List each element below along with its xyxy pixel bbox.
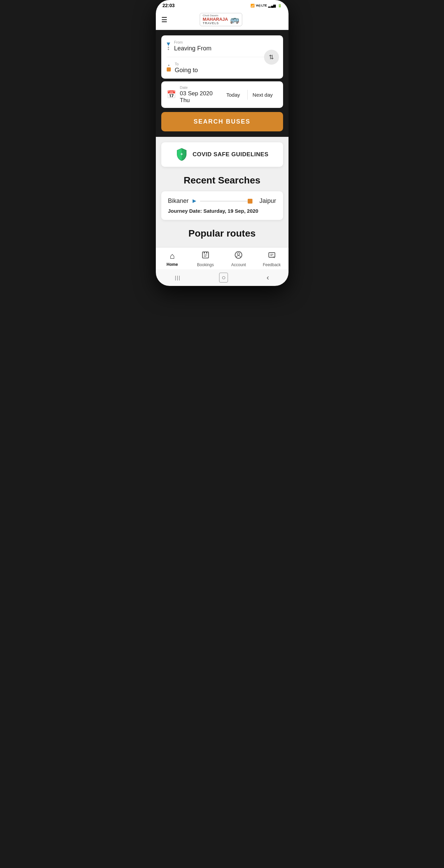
route-arrow-icon: ► (192, 197, 198, 205)
route-from: Bikaner (168, 197, 189, 205)
today-button[interactable]: Today (221, 90, 245, 100)
svg-rect-2 (204, 252, 205, 254)
bookings-label: Bookings (197, 262, 214, 267)
connector-dot-1 (168, 47, 169, 48)
date-label: Date (180, 85, 218, 90)
svg-rect-8 (269, 253, 275, 257)
svg-text:+: + (180, 151, 183, 157)
to-icon-area (167, 65, 171, 71)
top-nav: ☰ Choti Dasein MAHARAJA TRAVELS 🚌 (156, 10, 289, 30)
logo-line3: TRAVELS (203, 22, 228, 25)
logo-bus-icon: 🚌 (230, 15, 239, 24)
android-nav-bar: ||| ○ ‹ (156, 269, 289, 286)
to-value: Going to (175, 67, 278, 74)
signal-text: Vo) LTE (256, 4, 267, 7)
to-square-icon (167, 67, 171, 71)
route-destination-icon (248, 199, 252, 204)
nav-item-home[interactable]: ⌂ Home (162, 251, 182, 267)
phone-frame: 22:03 📶 Vo) LTE ▂▄▆ 🔋 ☰ Choti Dasein MAH… (156, 0, 289, 286)
swap-icon: ⇅ (269, 53, 274, 61)
home-label: Home (167, 262, 178, 267)
swap-button[interactable]: ⇅ (264, 50, 279, 65)
date-row: 📅 Date 03 Sep 2020 Thu Today Next day (161, 81, 283, 108)
status-time: 22:03 (163, 3, 175, 8)
recent-searches-title: Recent Searches (161, 175, 283, 186)
account-icon (234, 251, 243, 261)
android-back-button[interactable]: ‹ (267, 273, 269, 282)
content-section: + COVID SAFE GUIDELINES Recent Searches … (156, 137, 289, 247)
feedback-label: Feedback (263, 262, 281, 267)
svg-rect-3 (206, 252, 207, 254)
to-dot-top (168, 65, 169, 66)
covid-guidelines-card[interactable]: + COVID SAFE GUIDELINES (161, 142, 283, 167)
recent-search-card[interactable]: Bikaner ► Jaipur Journey Date: Saturday,… (161, 191, 283, 220)
search-buses-button[interactable]: SEARCH BUSES (161, 112, 283, 131)
covid-shield-icon: + (176, 148, 188, 161)
home-icon: ⌂ (170, 251, 175, 261)
svg-point-7 (237, 253, 240, 255)
date-text-area[interactable]: Date 03 Sep 2020 Thu (180, 85, 218, 104)
to-text-area[interactable]: To Going to (175, 62, 278, 74)
android-recents-button[interactable]: ||| (175, 275, 181, 280)
wifi-icon: 📶 (250, 4, 254, 7)
date-value: 03 Sep 2020 Thu (180, 90, 218, 104)
app-logo: Choti Dasein MAHARAJA TRAVELS 🚌 (200, 13, 242, 26)
from-icon-area (167, 43, 170, 50)
bookings-icon (201, 251, 210, 261)
account-label: Account (231, 262, 246, 267)
calendar-icon: 📅 (167, 90, 176, 99)
route-row: Bikaner ► Jaipur (168, 197, 276, 205)
journey-date: Journey Date: Saturday, 19 Sep, 2020 (168, 208, 276, 214)
battery-icon: 🔋 (278, 4, 282, 7)
to-label: To (175, 62, 278, 66)
android-home-button[interactable]: ○ (219, 273, 228, 283)
nav-item-bookings[interactable]: Bookings (195, 251, 216, 267)
covid-text: COVID SAFE GUIDELINES (193, 151, 268, 158)
logo-line2: MAHARAJA (203, 17, 228, 22)
route-line (200, 201, 250, 202)
status-icons: 📶 Vo) LTE ▂▄▆ 🔋 (250, 4, 282, 7)
signal-bars-icon: ▂▄▆ (268, 4, 276, 7)
connector-dots (168, 47, 169, 50)
from-label: From (174, 40, 278, 44)
date-buttons: Today Next day (221, 90, 277, 100)
bottom-nav: ⌂ Home Bookings (156, 247, 289, 269)
nav-item-account[interactable]: Account (228, 251, 249, 267)
next-day-button[interactable]: Next day (247, 90, 277, 100)
nav-item-feedback[interactable]: Feedback (262, 251, 282, 267)
hamburger-menu-icon[interactable]: ☰ (161, 16, 167, 24)
date-card: 📅 Date 03 Sep 2020 Thu Today Next day (161, 81, 283, 108)
feedback-icon (268, 251, 276, 261)
status-bar: 22:03 📶 Vo) LTE ▂▄▆ 🔋 (156, 0, 289, 10)
from-value: Leaving From (174, 45, 278, 52)
connector-dot-2 (168, 49, 169, 50)
popular-routes-title: Popular routes (161, 228, 283, 239)
from-text-area[interactable]: From Leaving From (174, 40, 278, 52)
from-triangle-icon (167, 43, 170, 46)
from-to-card: From Leaving From To Going to ⇅ (161, 35, 283, 79)
route-to: Jaipur (259, 197, 276, 205)
search-section: From Leaving From To Going to ⇅ (156, 30, 289, 137)
